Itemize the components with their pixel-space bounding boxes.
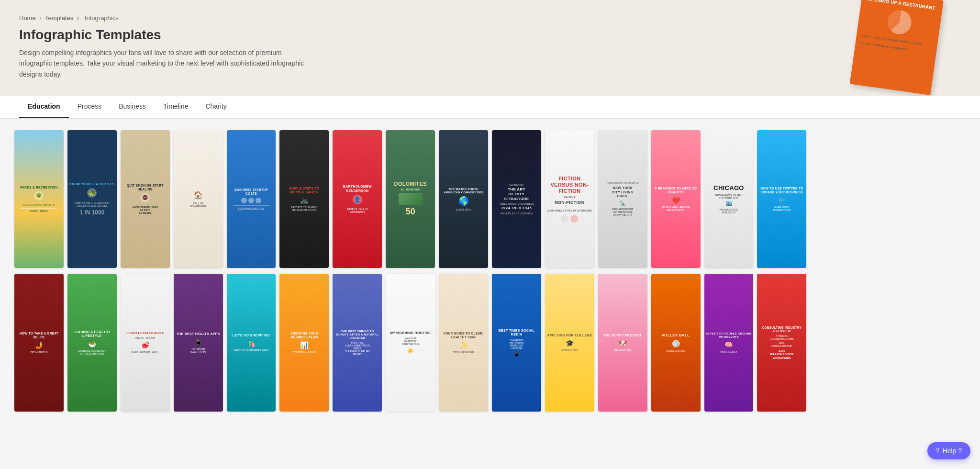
template-social-media[interactable]: Best Times Social Media FACEBOOKINSTAGRA… [492,274,541,412]
breadcrumb: Home › Templates › Infographics [19,14,961,22]
template-bicycle[interactable]: Simple Steps to Bicycle Safety 🚲 PROTECT… [279,130,329,268]
template-twitter-expand[interactable]: How to Use Twitter to Expand Your Busine… [757,130,806,268]
template-puppy[interactable]: The Puppy Project 🐶 TRAINING TIPS [598,274,647,412]
template-parks[interactable]: Parks & Recreation 🌳 For an Active Lifes… [14,130,64,268]
hero-section: Home › Templates › Infographics Infograp… [0,0,980,96]
template-consulting[interactable]: Consulting Industry Overview Types ofcon… [757,274,806,412]
template-grid-row1: Parks & Recreation 🌳 For an Active Lifes… [14,130,966,268]
template-business-plan[interactable]: Creating Your Business Plan 📊 STRATEGY ·… [279,274,329,412]
template-bartholomew[interactable]: Bartholomew Henderson 👤 PROFILE · SKILLS… [333,130,382,268]
template-newyork[interactable]: DEPARTMENT OF TOURISM NEW YORKCITY LIVIN… [598,130,647,268]
tab-process[interactable]: Process [69,96,111,118]
hero-image: Opening Up A Restaurant How much profit … [849,0,958,96]
tab-business[interactable]: Business [110,96,155,118]
template-dolomites[interactable]: Dolomites ALL MOUNTAINS 50 [386,130,435,268]
template-shopping[interactable]: Let's Go Shopping! 🛍️ WHAT DO CUSTOMERS … [227,274,276,412]
main-content: Parks & Recreation 🌳 For an Active Lifes… [0,119,980,429]
page-title: Infographic Templates [19,27,961,43]
template-steak[interactable]: Ultimate Steak Guide RIBEYE · SIRLOIN 🥩 … [121,274,170,412]
template-college[interactable]: Applying for College 🎓 STEPS & TIPS [545,274,594,412]
template-disaster[interactable]: The Best Things to Donate After a Natura… [333,274,382,412]
template-startup[interactable]: Business Startup Costs everyonedoes.com [227,130,276,268]
tabs-bar: Education Process Business Timeline Char… [0,96,980,119]
breadcrumb-templates[interactable]: Templates [45,14,73,22]
template-selfie[interactable]: How to Take a Great Selfie 🤳 TIPS & TRIC… [14,274,64,412]
template-chicago[interactable]: Chicago TOP REASONS TO VISITTHE WINDY CI… [704,130,754,268]
template-volleyball[interactable]: Volley Ball 🏐 RULES & STATS [651,274,701,412]
template-south-america[interactable]: Top Major South American Commodities 🌎 C… [439,130,488,268]
template-morning[interactable]: My Morning Routine Wake UpExerciseRide t… [386,274,435,412]
breadcrumb-home[interactable]: Home [19,14,36,22]
template-healthy[interactable]: Leading a Healthy Lifestyle 🥗 EXERCISE R… [67,274,117,412]
template-introverts[interactable]: Effect of People Around Introverts 🧠 PSY… [704,274,754,412]
template-house[interactable]: 🏠 CALL USDONATE NOW [174,130,223,268]
tab-education[interactable]: Education [19,96,69,118]
breadcrumb-current: Infographics [85,14,119,22]
template-art-city[interactable]: CURRENTLY THE ARTOF CITYSTRUCTURE THREE … [492,130,541,268]
hero-card-chart [886,9,913,35]
template-turtles[interactable]: Know Your Sea Turtles 🐢 HUMANS ARE THE G… [67,130,117,268]
hero-description: Design compelling infographics your fans… [19,47,316,79]
template-fiction[interactable]: Fiction versus Non-Fiction versus NON-FI… [545,130,594,268]
hero-card-title: Opening Up A Restaurant [867,0,937,11]
template-grid-row2: How to Take a Great Selfie 🤳 TIPS & TRIC… [14,274,966,412]
template-apps[interactable]: The Best Health Apps 📱 TOP RATEDHEALTH A… [174,274,223,412]
tab-timeline[interactable]: Timeline [155,96,197,118]
template-skin[interactable]: Your Guide to Clear, Healthy Skin ✨ TIPS… [439,274,488,412]
template-charity[interactable]: 5 Reasons to Give to Charity ❤️ TO BE A … [651,130,701,268]
template-smoking[interactable]: Quit Smoking Start Healing 🚭 AVOID TRAFF… [121,130,170,268]
tab-charity[interactable]: Charity [197,96,235,118]
